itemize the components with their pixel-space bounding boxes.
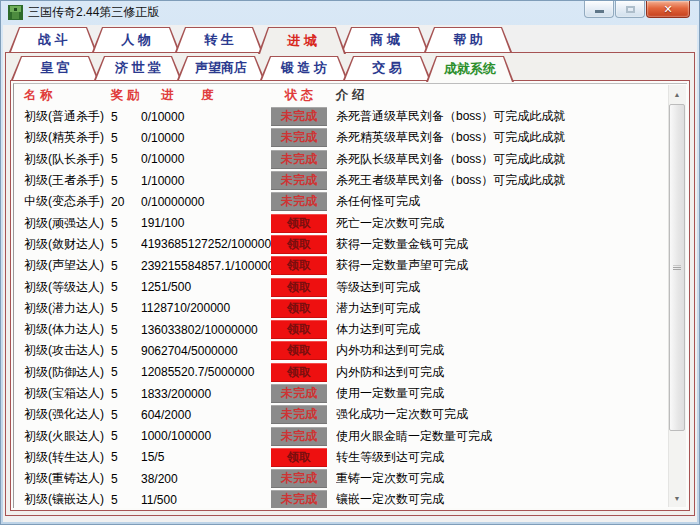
- cell-name: 初级(等级达人): [24, 279, 111, 296]
- table-row: 初级(敛财达人)54193685127252/10000000领取获得一定数量金…: [24, 234, 687, 255]
- table-row: 初级(潜力达人)51128710/200000领取潜力达到可完成: [24, 298, 687, 319]
- close-button[interactable]: ✕: [646, 1, 690, 18]
- table-row: 初级(体力达人)5136033802/10000000领取体力达到可完成: [24, 319, 687, 340]
- table-row: 初级(防御达人)512085520.7/5000000领取内外防和达到可完成: [24, 362, 687, 383]
- cell-desc: 使用一定数量可完成: [336, 385, 687, 402]
- status-button[interactable]: 未完成: [271, 384, 327, 403]
- cell-name: 初级(强化达人): [24, 406, 111, 423]
- tab-label: 进 城: [287, 32, 317, 50]
- cell-name: 初级(攻击达人): [24, 342, 111, 359]
- achievement-panel: 名 称 奖 励 进 度 状 态 介 绍 初级(普通杀手)50/10000未完成杀…: [10, 80, 690, 511]
- cell-reward: 5: [111, 259, 141, 273]
- table-header: 名 称 奖 励 进 度 状 态 介 绍: [14, 84, 687, 106]
- table-row: 初级(重铸达人)538/200未完成重铸一定次数可完成: [24, 468, 687, 489]
- minimize-button[interactable]: [584, 1, 614, 18]
- cell-progress: 0/10000: [141, 131, 271, 145]
- status-button[interactable]: 未完成: [271, 192, 327, 211]
- status-button[interactable]: 未完成: [271, 469, 327, 488]
- tab-声望商店[interactable]: 声望商店: [177, 56, 265, 80]
- cell-reward: 5: [111, 472, 141, 486]
- status-button[interactable]: 领取: [271, 214, 327, 233]
- cell-name: 初级(转生达人): [24, 449, 111, 466]
- cell-desc: 体力达到可完成: [336, 321, 687, 338]
- cell-progress: 0/10000: [141, 152, 271, 166]
- cell-desc: 使用火眼金睛一定数量可完成: [336, 428, 687, 445]
- status-button[interactable]: 领取: [271, 256, 327, 275]
- tab-皇宫[interactable]: 皇 宫: [11, 56, 99, 80]
- cell-progress: 1833/200000: [141, 387, 271, 401]
- main-tab-panel: 皇 宫济 世 堂声望商店锻 造 坊交 易成就系统 名 称 奖 励 进 度 状 态…: [5, 52, 695, 516]
- status-button[interactable]: 未完成: [271, 171, 327, 190]
- cell-reward: 20: [111, 195, 141, 209]
- table-row: 初级(火眼达人)51000/100000未完成使用火眼金睛一定数量可完成: [24, 425, 687, 446]
- status-button[interactable]: 领取: [271, 235, 327, 254]
- cell-desc: 杀死队长级草民刘备（boss）可完成此成就: [336, 151, 687, 168]
- tab-锻造坊[interactable]: 锻 造 坊: [260, 56, 348, 80]
- table-row: 初级(顽强达人)5191/100领取死亡一定次数可完成: [24, 212, 687, 233]
- maximize-icon: [626, 6, 635, 13]
- status-button[interactable]: 领取: [271, 341, 327, 360]
- cell-reward: 5: [111, 429, 141, 443]
- cell-name: 中级(变态杀手): [24, 193, 111, 210]
- tab-战斗[interactable]: 战 斗: [9, 27, 97, 52]
- tab-label: 济 世 堂: [115, 59, 161, 77]
- status-button[interactable]: 未完成: [271, 107, 327, 126]
- table-row: 初级(宝箱达人)51833/200000未完成使用一定数量可完成: [24, 383, 687, 404]
- status-button[interactable]: 领取: [271, 299, 327, 318]
- tab-label: 皇 宫: [40, 59, 70, 77]
- status-button[interactable]: 领取: [271, 363, 327, 382]
- cell-reward: 5: [111, 344, 141, 358]
- tab-label: 声望商店: [195, 59, 247, 77]
- cell-progress: 15/5: [141, 450, 271, 464]
- cell-name: 初级(王者杀手): [24, 172, 111, 189]
- status-button[interactable]: 未完成: [271, 405, 327, 424]
- cell-name: 初级(火眼达人): [24, 428, 111, 445]
- cell-desc: 杀死普通级草民刘备（boss）可完成此成就: [336, 108, 687, 125]
- table-row: 初级(等级达人)51251/500领取等级达到可完成: [24, 276, 687, 297]
- tab-人物[interactable]: 人 物: [92, 27, 180, 52]
- table-row: 初级(转生达人)515/5领取转生等级到达可完成: [24, 447, 687, 468]
- scrollbar-grip-icon: [673, 265, 681, 270]
- main-tab-row: 战 斗人 物转 生进 城商 城帮 助: [9, 27, 507, 52]
- sub-tab-row: 皇 宫济 世 堂声望商店锻 造 坊交 易成就系统: [11, 56, 509, 80]
- tab-成就系统[interactable]: 成就系统: [426, 56, 514, 82]
- maximize-button[interactable]: [615, 1, 645, 18]
- cell-desc: 等级达到可完成: [336, 279, 687, 296]
- cell-desc: 镶嵌一定次数可完成: [336, 491, 687, 508]
- scroll-up-icon[interactable]: ▲: [669, 86, 685, 102]
- tab-商城[interactable]: 商 城: [341, 27, 429, 52]
- status-button[interactable]: 领取: [271, 448, 327, 467]
- header-progress: 进 度: [141, 87, 271, 104]
- scroll-down-icon[interactable]: ▼: [669, 490, 685, 506]
- cell-name: 初级(声望达人): [24, 257, 111, 274]
- status-button[interactable]: 领取: [271, 278, 327, 297]
- header-name: 名 称: [24, 87, 111, 104]
- status-button[interactable]: 领取: [271, 320, 327, 339]
- scrollbar-thumb[interactable]: [669, 104, 685, 431]
- tab-帮助[interactable]: 帮 助: [424, 27, 512, 52]
- cell-progress: 0/10000000: [141, 195, 271, 209]
- cell-name: 初级(宝箱达人): [24, 385, 111, 402]
- tab-济世堂[interactable]: 济 世 堂: [94, 56, 182, 80]
- cell-desc: 获得一定数量金钱可完成: [336, 236, 687, 253]
- cell-desc: 强化成功一定次数可完成: [336, 406, 687, 423]
- status-button[interactable]: 未完成: [271, 427, 327, 446]
- status-button[interactable]: 未完成: [271, 128, 327, 147]
- scrollbar[interactable]: ▲ ▼: [668, 85, 686, 507]
- tab-转生[interactable]: 转 生: [175, 27, 263, 52]
- cell-desc: 获得一定数量声望可完成: [336, 257, 687, 274]
- cell-progress: 38/200: [141, 472, 271, 486]
- table-rows: 初级(普通杀手)50/10000未完成杀死普通级草民刘备（boss）可完成此成就…: [14, 106, 687, 508]
- cell-desc: 重铸一定次数可完成: [336, 470, 687, 487]
- tab-交易[interactable]: 交 易: [343, 56, 431, 80]
- cell-name: 初级(镶嵌达人): [24, 491, 111, 508]
- status-button[interactable]: 未完成: [271, 150, 327, 169]
- cell-desc: 死亡一定次数可完成: [336, 215, 687, 232]
- tab-label: 帮 助: [453, 31, 483, 49]
- status-button[interactable]: 未完成: [271, 490, 327, 508]
- tab-label: 交 易: [372, 59, 402, 77]
- cell-progress: 239215584857.1/10000000: [141, 259, 271, 273]
- tab-进城[interactable]: 进 城: [258, 27, 346, 54]
- cell-reward: 5: [111, 152, 141, 166]
- cell-reward: 5: [111, 301, 141, 315]
